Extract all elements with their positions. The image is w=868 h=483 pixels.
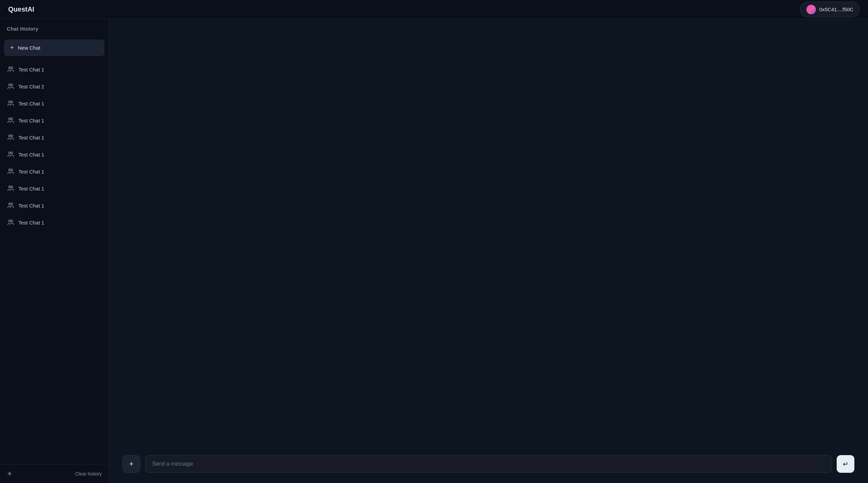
chat-item-label: Test Chat 1 — [18, 203, 44, 209]
sun-icon: ☀ — [7, 470, 12, 478]
chat-item-label: Test Chat 1 — [18, 101, 44, 106]
list-item[interactable]: Test Chat 1 — [0, 214, 109, 231]
chat-item-label: Test Chat 1 — [18, 135, 44, 140]
group-icon — [7, 83, 14, 90]
chat-item-label: Test Chat 2 — [18, 84, 44, 89]
sidebar-header: Chat History — [0, 19, 109, 36]
new-chat-plus-icon: + — [10, 44, 14, 51]
svg-point-3 — [11, 84, 13, 86]
sidebar-footer: ☀ Clear history — [0, 464, 109, 483]
svg-point-11 — [11, 152, 13, 154]
message-input-area: + ↵ — [109, 448, 868, 483]
svg-point-16 — [9, 203, 11, 205]
svg-point-10 — [9, 152, 11, 154]
list-item[interactable]: Test Chat 1 — [0, 129, 109, 146]
svg-point-15 — [11, 186, 13, 188]
wallet-button[interactable]: 0x5C41....f50C — [800, 2, 860, 17]
chat-history-title: Chat History — [7, 26, 38, 32]
chat-item-label: Test Chat 1 — [18, 186, 44, 191]
send-button[interactable]: ↵ — [837, 455, 854, 473]
svg-point-14 — [9, 186, 11, 188]
group-icon — [7, 66, 14, 73]
svg-point-18 — [9, 220, 11, 222]
list-item[interactable]: Test Chat 1 — [0, 112, 109, 129]
wallet-address: 0x5C41....f50C — [819, 6, 853, 12]
wallet-avatar-icon — [806, 5, 816, 14]
clear-history-button[interactable]: Clear history — [75, 471, 102, 477]
svg-point-9 — [11, 135, 13, 137]
chat-item-label: Test Chat 1 — [18, 152, 44, 157]
svg-point-6 — [9, 118, 11, 120]
chat-item-label: Test Chat 1 — [18, 169, 44, 174]
new-chat-button[interactable]: + New Chat — [4, 39, 105, 56]
list-item[interactable]: Test Chat 1 — [0, 180, 109, 197]
list-item[interactable]: Test Chat 1 — [0, 197, 109, 214]
send-icon: ↵ — [843, 460, 849, 468]
list-item[interactable]: Test Chat 2 — [0, 78, 109, 95]
sidebar: Chat History + New Chat Test Chat 1 Test… — [0, 19, 109, 483]
group-icon — [7, 151, 14, 158]
svg-point-8 — [9, 135, 11, 137]
attach-button[interactable]: + — [123, 455, 140, 473]
theme-toggle-button[interactable]: ☀ — [7, 470, 12, 478]
svg-point-19 — [11, 220, 13, 222]
list-item[interactable]: Test Chat 1 — [0, 95, 109, 112]
chat-area — [109, 19, 868, 448]
svg-point-17 — [11, 203, 13, 205]
svg-point-7 — [11, 118, 13, 120]
main-content: + ↵ — [109, 19, 868, 483]
svg-point-4 — [9, 101, 11, 103]
group-icon — [7, 185, 14, 192]
svg-point-0 — [9, 67, 11, 69]
new-chat-label: New Chat — [18, 45, 41, 51]
svg-point-13 — [11, 169, 13, 171]
svg-point-1 — [11, 67, 13, 69]
list-item[interactable]: Test Chat 1 — [0, 146, 109, 163]
svg-point-5 — [11, 101, 13, 103]
group-icon — [7, 134, 14, 141]
svg-point-2 — [9, 84, 11, 86]
chat-item-label: Test Chat 1 — [18, 118, 44, 123]
group-icon — [7, 202, 14, 209]
app-logo: QuestAI — [8, 5, 34, 13]
app-header: QuestAI 0x5C41....f50C — [0, 0, 868, 19]
chat-item-label: Test Chat 1 — [18, 67, 44, 72]
attach-icon: + — [129, 460, 134, 468]
message-input[interactable] — [145, 455, 832, 473]
list-item[interactable]: Test Chat 1 — [0, 163, 109, 180]
main-layout: Chat History + New Chat Test Chat 1 Test… — [0, 19, 868, 483]
list-item[interactable]: Test Chat 1 — [0, 61, 109, 78]
group-icon — [7, 168, 14, 175]
chat-list: Test Chat 1 Test Chat 2 Test Chat 1 Test… — [0, 60, 109, 464]
group-icon — [7, 117, 14, 124]
svg-point-12 — [9, 169, 11, 171]
chat-item-label: Test Chat 1 — [18, 220, 44, 226]
group-icon — [7, 219, 14, 226]
group-icon — [7, 100, 14, 107]
